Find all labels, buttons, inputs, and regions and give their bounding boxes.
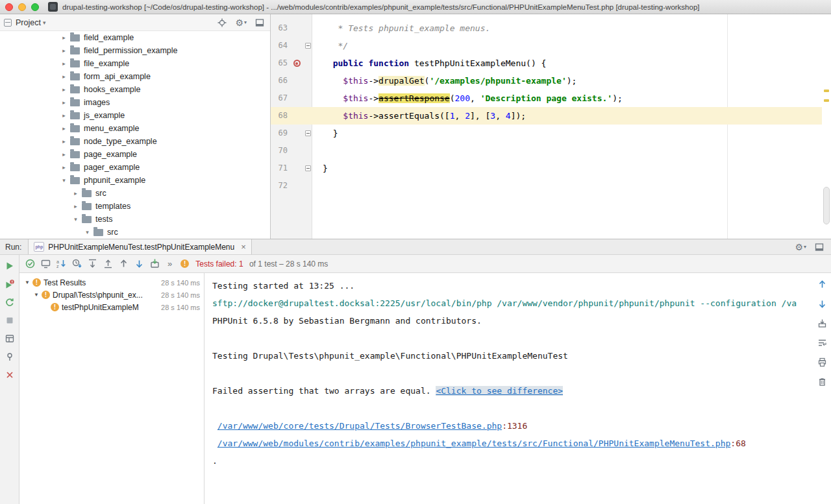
hide-run-panel-icon[interactable] [814, 242, 825, 252]
close-tab-icon[interactable]: × [241, 242, 246, 252]
zoom-window-button[interactable] [31, 3, 39, 11]
expand-all-button[interactable] [87, 258, 98, 269]
file-link[interactable]: /var/www/web/modules/contrib/examples/ph… [217, 438, 731, 448]
project-tree-item[interactable]: ▸pager_example [0, 161, 270, 174]
minimize-window-button[interactable] [18, 3, 26, 11]
chevron-right-icon[interactable]: ▸ [60, 151, 68, 158]
project-tree-item[interactable]: ▸form_api_example [0, 70, 270, 83]
project-tree-item[interactable]: ▾tests [0, 213, 270, 226]
project-tree-item[interactable]: ▸node_type_example [0, 135, 270, 148]
console-output: Testing started at 13:25 ...sftp://docke… [205, 273, 813, 504]
test-tree-row[interactable]: !testPhpUnitExampleM28 s 140 ms [19, 301, 204, 313]
import-test-results-button[interactable] [149, 258, 160, 269]
project-tree-item[interactable]: ▸menu_example [0, 122, 270, 135]
editor-line[interactable]: 65 public function testPhpUnitExampleMen… [271, 54, 822, 72]
tree-chevron-icon[interactable]: ▼ [32, 292, 40, 298]
fold-marker-icon[interactable] [305, 43, 311, 49]
editor-line[interactable]: 64 */ [271, 37, 822, 54]
hide-panel-icon[interactable] [254, 18, 265, 28]
run-settings-gear-icon[interactable]: ⚙▾ [795, 243, 806, 252]
diff-link[interactable]: <Click to see difference> [436, 386, 563, 396]
project-tree-item[interactable]: ▸file_example [0, 57, 270, 70]
editor-line[interactable]: 67 $this->assertResponse(200, 'Descripti… [271, 90, 822, 107]
stop-button[interactable] [4, 315, 16, 326]
next-failed-test-button[interactable] [134, 258, 145, 269]
sort-by-duration-button[interactable] [71, 258, 82, 269]
sort-alphabetically-button[interactable]: az [56, 258, 67, 269]
show-passed-button[interactable] [25, 258, 36, 269]
test-tree-row[interactable]: ▼!Test Results28 s 140 ms [19, 276, 204, 289]
project-tree-item[interactable]: ▸images [0, 96, 270, 109]
chevron-down-icon[interactable]: ▾ [83, 229, 92, 235]
chevron-down-icon[interactable]: ▾ [71, 216, 80, 222]
project-tree-item[interactable]: ▸page_example [0, 148, 270, 161]
scroll-from-source-button[interactable] [217, 18, 227, 28]
project-tree-item[interactable]: ▾phpunit_example [0, 174, 270, 187]
chevron-right-icon[interactable]: ▸ [60, 125, 68, 132]
project-tree-item[interactable]: ▸src [0, 187, 270, 200]
run-tab[interactable]: php PHPUnitExampleMenuTest.testPhpUnitEx… [28, 239, 251, 254]
chevron-right-icon[interactable]: ▸ [71, 190, 80, 197]
editor-line[interactable]: 71} [271, 160, 822, 177]
project-tree-item[interactable]: ▸field_permission_example [0, 44, 270, 57]
editor-line[interactable]: 68 $this->assertEquals([1, 2], [3, 4]); [271, 107, 822, 125]
editor-line[interactable]: 66 $this->drupalGet('/examples/phpunit-e… [271, 72, 822, 90]
gear-icon[interactable]: ⚙▾ [235, 18, 247, 27]
chevron-down-icon[interactable]: ▾ [60, 177, 68, 184]
fold-marker-icon[interactable] [305, 130, 311, 136]
fold-marker-icon[interactable] [305, 165, 311, 171]
chevron-right-icon[interactable]: ▸ [60, 164, 68, 171]
project-tree-item[interactable]: ▸js_example [0, 109, 270, 122]
rerun-failed-tests-button[interactable] [4, 278, 16, 290]
chevron-right-icon[interactable]: ▸ [60, 86, 68, 93]
print-button[interactable] [816, 356, 828, 368]
gutter-fold-area [303, 165, 312, 171]
chevron-right-icon[interactable]: ▸ [60, 99, 68, 106]
tree-chevron-icon[interactable]: ▼ [23, 280, 31, 285]
project-header-label[interactable]: Project [16, 18, 41, 27]
previous-failed-test-button[interactable] [118, 258, 129, 269]
chevron-right-icon[interactable]: ▸ [60, 138, 68, 145]
failed-test-marker-icon[interactable] [293, 60, 301, 67]
soft-wrap-button[interactable] [816, 337, 828, 348]
project-tree-item[interactable]: ▾src [0, 226, 270, 239]
scroll-up-button[interactable] [816, 278, 828, 290]
rerun-button[interactable] [4, 260, 16, 272]
code-segment: ]); [511, 111, 526, 121]
editor-line[interactable]: 72 [271, 177, 822, 195]
chevron-right-icon[interactable]: ▸ [71, 203, 80, 210]
editor-scrollbar[interactable] [823, 187, 830, 224]
run-console[interactable]: Testing started at 13:25 ...sftp://docke… [205, 273, 831, 504]
warning-stripe-mark[interactable] [824, 99, 829, 102]
chevron-right-icon[interactable]: ▸ [60, 47, 68, 54]
chevron-right-icon[interactable]: ▸ [60, 112, 68, 119]
editor[interactable]: 63 * Tests phpunit_example menus.64 */65… [271, 14, 831, 239]
chevron-right-icon[interactable]: ▸ [60, 34, 68, 41]
project-item-label: field_example [84, 33, 134, 42]
warning-stripe-mark[interactable] [824, 90, 829, 92]
file-link[interactable]: /var/www/web/core/tests/Drupal/Tests/Bro… [217, 421, 502, 431]
export-button[interactable] [816, 317, 828, 329]
show-ignored-button[interactable] [40, 258, 51, 269]
scroll-down-button[interactable] [816, 298, 828, 309]
project-tree-item[interactable]: ▸templates [0, 200, 270, 213]
toolbar-overflow-icon[interactable]: » [167, 259, 172, 269]
editor-line[interactable]: 70 [271, 142, 822, 160]
clear-console-button[interactable] [816, 376, 828, 387]
close-panel-button[interactable] [4, 369, 16, 381]
collapse-all-button[interactable] [103, 258, 114, 269]
pin-tab-button[interactable] [4, 351, 16, 363]
caret-down-icon[interactable]: ▾ [43, 19, 46, 26]
chevron-right-icon[interactable]: ▸ [60, 73, 68, 80]
project-tree-item[interactable]: ▸hooks_example [0, 83, 270, 96]
test-tree-row[interactable]: ▼!Drupal\Tests\phpunit_ex...28 s 140 ms [19, 289, 204, 301]
code-segment: ); [612, 93, 623, 103]
toggle-auto-test-button[interactable] [4, 296, 16, 308]
editor-line[interactable]: 69 } [271, 125, 822, 142]
chevron-right-icon[interactable]: ▸ [60, 60, 68, 67]
editor-line[interactable]: 63 * Tests phpunit_example menus. [271, 19, 822, 37]
code-segment [323, 93, 343, 103]
close-window-button[interactable] [5, 3, 13, 11]
project-tree-item[interactable]: ▸field_example [0, 31, 270, 44]
restore-layout-button[interactable] [4, 333, 16, 344]
